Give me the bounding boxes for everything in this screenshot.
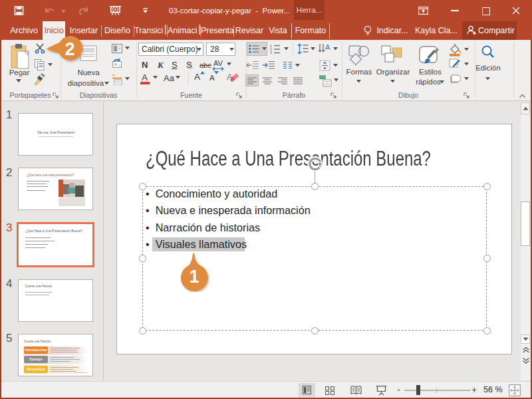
svg-text:A: A xyxy=(325,43,331,51)
svg-text:3: 3 xyxy=(270,51,272,54)
svg-text:1: 1 xyxy=(189,267,199,287)
svg-text:2: 2 xyxy=(65,39,74,59)
